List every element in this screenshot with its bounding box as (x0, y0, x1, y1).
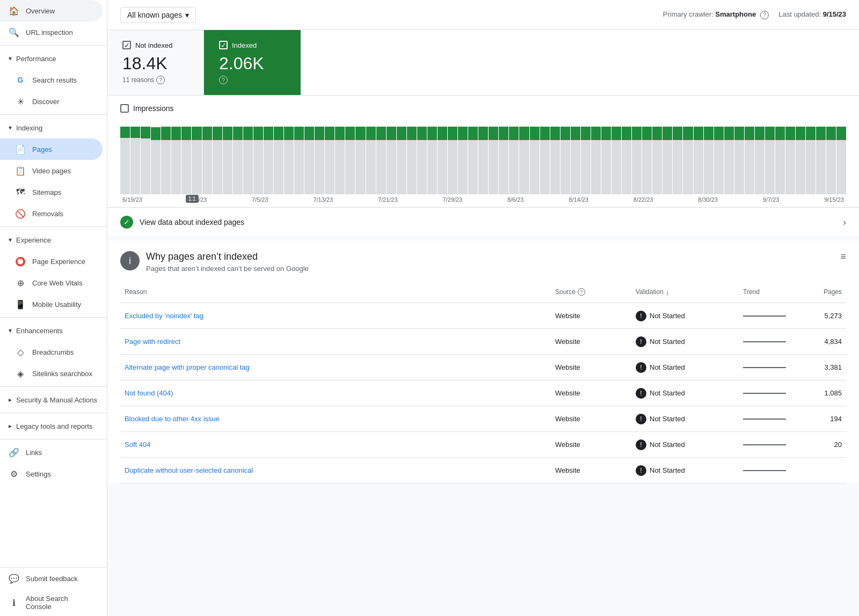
sidebar-item-sitemaps[interactable]: 🗺 Sitemaps (0, 181, 103, 203)
sidebar-label-settings: Settings (26, 470, 51, 478)
table-cell-source: Website (551, 329, 631, 354)
sidebar-item-pages[interactable]: 📄 Pages (0, 138, 103, 160)
bar-not-indexed (171, 140, 181, 194)
table-cell-pages: 194 (803, 406, 846, 431)
bar-indexed (765, 127, 775, 140)
col-validation-label: Validation (636, 288, 664, 296)
help-icon-crawler[interactable]: ? (760, 11, 769, 19)
sidebar-section-enhancements[interactable]: ▾ Enhancements (0, 320, 107, 341)
bar-indexed (151, 127, 161, 140)
chart-bar-group (427, 119, 437, 194)
bar-indexed (642, 127, 652, 140)
chart-bar-group (171, 119, 181, 194)
view-indexed-label: View data about indexed pages (140, 218, 244, 226)
divider-4 (0, 317, 107, 318)
sidebar-section-security[interactable]: ▸ Security & Manual Actions (0, 389, 107, 410)
not-indexed-label: Not indexed (135, 41, 172, 49)
not-indexed-reasons: 11 reasons (122, 76, 154, 84)
indexed-label: Indexed (232, 41, 257, 49)
impressions-checkbox-box (120, 104, 129, 113)
sidebar-item-core-web-vitals[interactable]: ⊕ Core Web Vitals (0, 272, 103, 294)
sidebar-label-search-results: Search results (32, 76, 77, 84)
sidebar-item-overview[interactable]: 🏠 Overview (0, 0, 103, 21)
indexed-checkbox: ✓ (219, 41, 228, 49)
settings-icon: ⚙ (9, 468, 19, 479)
bar-not-indexed (325, 140, 334, 194)
topbar: All known pages ▾ Primary crawler: Smart… (107, 0, 859, 30)
table-row[interactable]: Excluded by ‘noindex’ tag Website ! Not … (120, 303, 846, 329)
divider-1 (0, 45, 107, 46)
chart-bar-group (581, 119, 591, 194)
bar-indexed (161, 127, 171, 140)
warning-icon: ! (636, 388, 646, 399)
bar-indexed (264, 127, 273, 140)
chart-bar-group (213, 119, 222, 194)
x-label-6: 7/29/23 (442, 196, 462, 203)
bar-indexed (673, 127, 682, 140)
table-row[interactable]: Blocked due to other 4xx issue Website !… (120, 406, 846, 432)
chart-bar-group (397, 119, 406, 194)
bar-indexed (223, 127, 232, 140)
topbar-left: All known pages ▾ (120, 7, 196, 23)
table-cell-source: Website (551, 406, 631, 431)
bar-indexed (417, 127, 427, 140)
sidebar-section-legacy[interactable]: ▸ Legacy tools and reports (0, 415, 107, 437)
bar-not-indexed (734, 140, 744, 194)
bar-not-indexed (335, 140, 345, 194)
sidebar-section-performance[interactable]: ▾ Performance (0, 48, 107, 69)
table-row[interactable]: Not found (404) Website ! Not Started 1,… (120, 380, 846, 406)
bar-indexed (550, 127, 560, 140)
sidebar-item-sitelinks[interactable]: ◈ Sitelinks searchbox (0, 363, 103, 384)
chart-bar-group (264, 119, 273, 194)
chart-bar-group (120, 119, 130, 194)
sidebar-label-pages: Pages (32, 145, 52, 153)
bar-indexed (683, 127, 693, 140)
bar-not-indexed (366, 140, 376, 194)
x-label-5: 7/21/23 (378, 196, 398, 203)
table-row[interactable]: Alternate page with proper canonical tag… (120, 355, 846, 380)
pages-dropdown[interactable]: All known pages ▾ (120, 7, 196, 23)
chart-area-wrapper: 1:1 6/19/23 6/27/23 7/5/23 7/13/23 7/21/… (120, 119, 846, 203)
sidebar-item-about[interactable]: ℹ About Search Console (0, 589, 103, 616)
bar-indexed (294, 127, 304, 140)
sidebar-item-settings[interactable]: ⚙ Settings (0, 463, 103, 485)
sidebar-section-indexing[interactable]: ▾ Indexing (0, 117, 107, 138)
validation-text: Not Started (650, 441, 685, 449)
chart-bar-group (417, 119, 427, 194)
sidebar-item-links[interactable]: 🔗 Links (0, 442, 103, 463)
sidebar-item-video-pages[interactable]: 📋 Video pages (0, 160, 103, 181)
bar-not-indexed (448, 140, 457, 194)
chart-bar-group (376, 119, 386, 194)
sidebar-item-removals[interactable]: 🚫 Removals (0, 203, 103, 224)
table-cell-reason: Alternate page with proper canonical tag (120, 355, 551, 380)
filter-icon[interactable]: ≡ (840, 251, 846, 262)
indexed-help-icon[interactable]: ? (219, 76, 228, 84)
sidebar-label-security: Security & Manual Actions (16, 396, 97, 404)
bar-not-indexed (673, 140, 682, 194)
sidebar-item-mobile-usability[interactable]: 📱 Mobile Usability (0, 294, 103, 315)
bar-not-indexed (284, 140, 294, 194)
source-help-icon[interactable]: ? (578, 288, 585, 296)
table-row[interactable]: Duplicate without user-selected canonica… (120, 458, 846, 483)
feedback-icon: 💬 (9, 573, 19, 584)
sidebar-item-breadcrumbs[interactable]: ◇ Breadcrumbs (0, 341, 103, 363)
sidebar-label-sitelinks: Sitelinks searchbox (32, 370, 92, 378)
sidebar-item-page-experience[interactable]: ⭕ Page Experience (0, 251, 103, 272)
chart-bar-group (775, 119, 785, 194)
view-indexed-row[interactable]: ✓ View data about indexed pages › (107, 208, 859, 236)
impressions-toggle[interactable]: Impressions (120, 104, 846, 113)
sidebar-section-experience[interactable]: ▾ Experience (0, 229, 107, 251)
bar-indexed (438, 127, 447, 140)
sidebar-item-url-inspection[interactable]: 🔍 URL inspection (0, 21, 103, 43)
table-row[interactable]: Soft 404 Website ! Not Started 20 (120, 432, 846, 458)
sidebar-item-feedback[interactable]: 💬 Submit feedback (0, 568, 103, 589)
x-label-9: 8/22/23 (634, 196, 653, 203)
chevron-icon-security: ▸ (9, 396, 12, 404)
last-updated-date: 9/15/23 (823, 10, 846, 18)
not-indexed-help-icon[interactable]: ? (156, 76, 165, 84)
sidebar-item-search-results[interactable]: G Search results (0, 69, 103, 91)
sidebar-item-discover[interactable]: ✳ Discover (0, 91, 103, 112)
x-label-3: 7/5/23 (252, 196, 268, 203)
table-cell-reason: Duplicate without user-selected canonica… (120, 458, 551, 483)
table-row[interactable]: Page with redirect Website ! Not Started… (120, 329, 846, 355)
